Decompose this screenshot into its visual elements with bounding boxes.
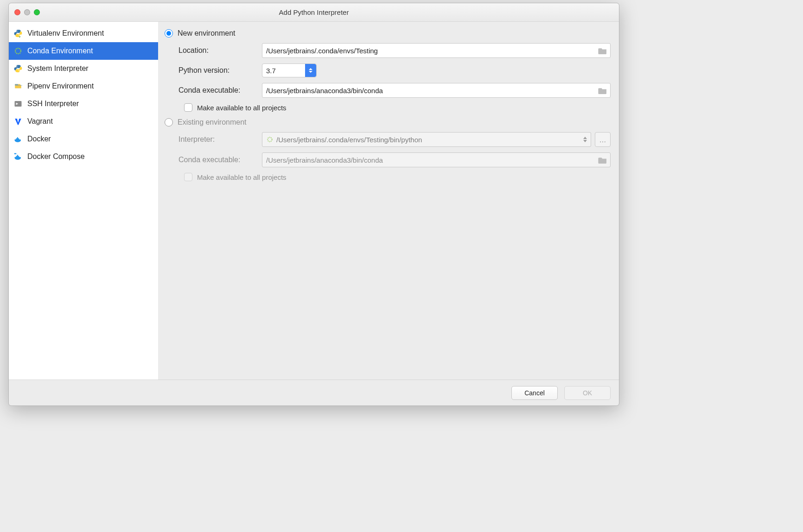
dialog-footer: Cancel OK — [9, 380, 619, 405]
conda-exec-label: Conda executable: — [178, 86, 262, 95]
location-value: /Users/jetbrains/.conda/envs/Testing — [266, 47, 378, 55]
sidebar-item-label: Conda Environment — [27, 47, 93, 55]
make-available-checkbox-row[interactable]: Make available to all projects — [178, 103, 611, 112]
browse-folder-icon[interactable] — [598, 47, 607, 54]
dialog-title: Add Python Interpreter — [9, 8, 619, 16]
sidebar-item-label: Vagrant — [27, 117, 53, 126]
pipenv-icon — [13, 82, 23, 91]
sidebar-item-docker-compose[interactable]: Docker Compose — [9, 148, 158, 165]
svg-text:v: v — [19, 35, 21, 38]
new-environment-radio-row[interactable]: New environment — [165, 29, 611, 38]
window-minimize-icon — [24, 9, 30, 15]
titlebar: Add Python Interpreter — [9, 3, 619, 22]
chevron-updown-icon — [581, 134, 589, 145]
docker-icon — [13, 134, 23, 144]
location-label: Location: — [178, 46, 262, 55]
location-input[interactable]: /Users/jetbrains/.conda/envs/Testing — [262, 43, 611, 58]
svg-point-4 — [16, 66, 17, 67]
existing-environment-radio-row[interactable]: Existing environment — [165, 118, 611, 127]
checkbox-icon[interactable] — [184, 103, 192, 112]
conda-exec-input[interactable]: /Users/jetbrains/anaconda3/bin/conda — [262, 83, 611, 98]
interpreter-combo: /Users/jetbrains/.conda/envs/Testing/bin… — [262, 132, 591, 147]
python-icon: v — [13, 29, 23, 38]
python-version-value: 3.7 — [266, 67, 276, 75]
radio-icon[interactable] — [165, 118, 173, 127]
ok-button: OK — [564, 386, 611, 400]
vagrant-icon — [13, 117, 23, 126]
svg-rect-7 — [14, 153, 17, 154]
sidebar-item-label: Docker Compose — [27, 152, 85, 161]
sidebar-item-docker[interactable]: Docker — [9, 130, 158, 148]
sidebar-item-vagrant[interactable]: Vagrant — [9, 113, 158, 130]
browse-folder-icon[interactable] — [598, 87, 607, 94]
existing-environment-label: Existing environment — [178, 118, 247, 127]
conda-exec-label-existing: Conda executable: — [178, 156, 262, 164]
make-available-label-existing: Make available to all projects — [197, 173, 287, 181]
browse-folder-icon — [598, 156, 607, 164]
checkbox-icon — [184, 173, 192, 181]
conda-exec-value-existing: /Users/jetbrains/anaconda3/bin/conda — [266, 156, 383, 164]
conda-exec-input-existing: /Users/jetbrains/anaconda3/bin/conda — [262, 152, 611, 167]
window-zoom-icon[interactable] — [34, 9, 40, 15]
sidebar-item-system[interactable]: System Interpreter — [9, 60, 158, 77]
svg-point-8 — [268, 137, 272, 141]
new-environment-label: New environment — [178, 29, 236, 38]
sidebar-item-label: Docker — [27, 135, 51, 143]
content-panel: New environment Location: /Users/jetbrai… — [158, 22, 619, 380]
docker-compose-icon — [13, 152, 23, 161]
radio-icon[interactable] — [165, 29, 173, 38]
sidebar-item-label: Virtualenv Environment — [27, 29, 104, 38]
interpreter-type-sidebar: v Virtualenv Environment Conda Environme… — [9, 22, 158, 380]
svg-point-5 — [19, 71, 20, 72]
chevron-updown-icon — [305, 64, 316, 77]
sidebar-item-ssh[interactable]: SSH Interpreter — [9, 95, 158, 113]
sidebar-item-label: Pipenv Environment — [27, 82, 94, 90]
svg-point-3 — [15, 48, 21, 54]
sidebar-item-pipenv[interactable]: Pipenv Environment — [9, 77, 158, 95]
interpreter-label: Interpreter: — [178, 135, 262, 144]
python-version-label: Python version: — [178, 66, 262, 75]
python-version-select[interactable]: 3.7 — [262, 63, 317, 77]
conda-icon — [13, 46, 23, 56]
conda-icon — [266, 136, 274, 143]
svg-point-0 — [16, 31, 17, 32]
make-available-label: Make available to all projects — [197, 104, 287, 112]
add-interpreter-dialog: Add Python Interpreter v Virtualenv Envi… — [8, 3, 619, 406]
sidebar-item-conda[interactable]: Conda Environment — [9, 42, 158, 60]
sidebar-item-label: SSH Interpreter — [27, 100, 79, 108]
window-close-icon[interactable] — [14, 9, 20, 15]
cancel-button[interactable]: Cancel — [511, 386, 558, 400]
interpreter-value: /Users/jetbrains/.conda/envs/Testing/bin… — [276, 136, 422, 144]
ssh-icon — [13, 99, 23, 108]
sidebar-item-label: System Interpreter — [27, 64, 89, 73]
make-available-checkbox-row-existing: Make available to all projects — [178, 173, 611, 181]
browse-interpreter-button: … — [595, 132, 611, 147]
python-icon — [13, 64, 23, 73]
sidebar-item-virtualenv[interactable]: v Virtualenv Environment — [9, 25, 158, 42]
conda-exec-value: /Users/jetbrains/anaconda3/bin/conda — [266, 87, 383, 95]
